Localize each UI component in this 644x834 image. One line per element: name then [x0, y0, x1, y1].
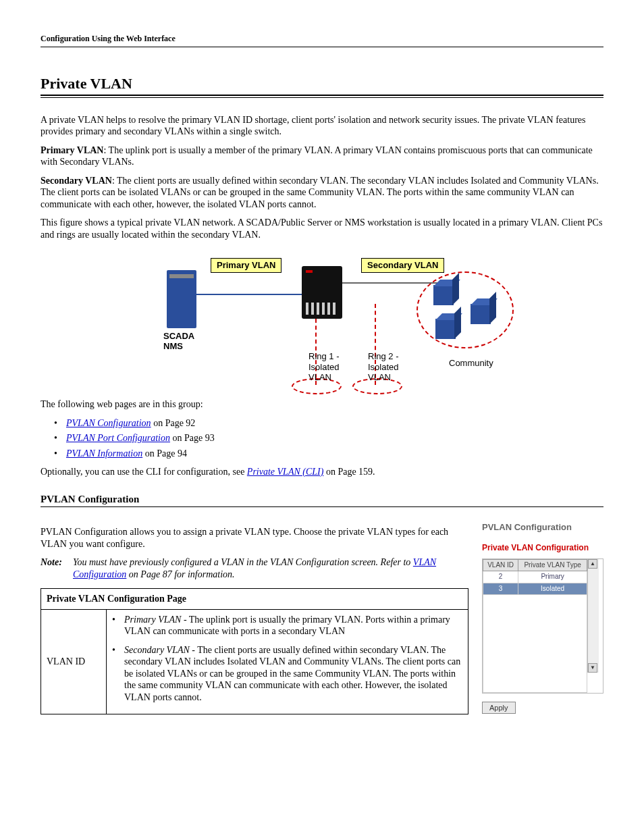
title-rule	[41, 95, 603, 98]
secondary-vlan-label: Secondary VLAN	[41, 176, 112, 186]
page-header: Configuration Using the Web Interface	[41, 34, 603, 47]
note-block: Note: You must have previously configure…	[41, 556, 468, 580]
community-node-2-icon	[471, 304, 491, 324]
list-item: PVLAN Information on Page 94	[54, 448, 603, 460]
cell-type: Primary	[518, 571, 587, 583]
mini-fill	[483, 595, 587, 693]
community-label: Community	[449, 358, 493, 369]
link-suffix: on Page 94	[142, 448, 187, 459]
page-title: Private VLAN	[41, 74, 603, 93]
community-node-3-icon	[435, 319, 456, 339]
note-label: Note:	[41, 556, 73, 580]
section-title: PVLAN Configuration	[41, 493, 603, 506]
secondary-vlan-text: : The client ports are usually defined w…	[41, 176, 599, 209]
table-row-selected[interactable]: 3 Isolated	[483, 583, 587, 595]
primary-vlan-box: Primary VLAN	[211, 258, 281, 273]
table-rowlabel: VLAN ID	[41, 609, 107, 714]
line-server-switch	[196, 294, 302, 295]
primary-vlan-paragraph: Primary VLAN: The uplink port is usually…	[41, 145, 603, 168]
community-ellipse-icon	[417, 271, 514, 348]
cell-vlanid: 3	[483, 583, 518, 595]
bullet-secondary: Secondary VLAN - The client ports are us…	[112, 644, 462, 704]
secondary-vlan-paragraph: Secondary VLAN: The client ports are usu…	[41, 175, 603, 211]
server-icon	[167, 270, 196, 328]
switch-icon	[302, 266, 342, 319]
pvlan-port-config-link[interactable]: PVLAN Port Configuration	[66, 433, 170, 443]
apply-button[interactable]: Apply	[482, 702, 516, 714]
mini-col-type: Private VLAN Type	[518, 559, 587, 571]
cli-prefix: Optionally, you can use the CLI for conf…	[41, 467, 247, 477]
note-text: You must have previously configured a VL…	[73, 556, 468, 580]
nms-label: NMS	[163, 341, 183, 352]
ring1-label: Ring 1 -IsolatedVLAN	[308, 351, 340, 383]
pvlan-config-link[interactable]: PVLAN Configuration	[66, 418, 151, 428]
community-node-1-icon	[433, 285, 454, 305]
cell-vlanid: 2	[483, 571, 518, 583]
table-header: Private VLAN Configuration Page	[41, 589, 468, 610]
bullet-primary: Primary VLAN - The uplink port is usuall…	[112, 614, 462, 637]
primary-vlan-label: Primary VLAN	[41, 145, 103, 155]
section-rule	[41, 506, 603, 507]
intro-paragraph: A private VLAN helps to resolve the prim…	[41, 114, 603, 138]
scroll-up-icon[interactable]: ▲	[588, 559, 597, 569]
side-panel-subtitle: Private VLAN Configuration	[482, 543, 603, 553]
line-switch-community	[342, 282, 444, 284]
group-intro: The following web pages are in this grou…	[41, 398, 603, 411]
side-panel: PVLAN Configuration Private VLAN Configu…	[482, 519, 603, 714]
table-row[interactable]: 2 Primary	[483, 571, 587, 583]
cli-paragraph: Optionally, you can use the CLI for conf…	[41, 466, 603, 478]
pvlan-mini-table[interactable]: VLAN ID Private VLAN Type 2 Primary 3 Is…	[483, 559, 587, 694]
pvlan-info-link[interactable]: PVLAN Information	[66, 448, 142, 459]
figure-caption: This figure shows a typical private VLAN…	[41, 217, 603, 240]
list-item: PVLAN Port Configuration on Page 93	[54, 432, 603, 444]
section-intro: PVLAN Configuration allows you to assign…	[41, 526, 468, 550]
ring2-label: Ring 2 -IsolatedVLAN	[368, 351, 399, 383]
network-diagram: Primary VLAN Secondary VLAN SCADA NMS Ri…	[113, 250, 531, 392]
table-cell: Primary VLAN - The uplink port is usuall…	[107, 609, 468, 714]
scroll-down-icon[interactable]: ▼	[588, 663, 597, 673]
link-list: PVLAN Configuration on Page 92 PVLAN Por…	[54, 417, 603, 460]
list-item: PVLAN Configuration on Page 92	[54, 417, 603, 429]
cell-type: Isolated	[518, 583, 587, 595]
scada-label: SCADA	[163, 331, 194, 342]
private-vlan-cli-link[interactable]: Private VLAN (CLI)	[247, 467, 324, 477]
secondary-vlan-box: Secondary VLAN	[361, 258, 444, 273]
config-table: Private VLAN Configuration Page VLAN ID …	[41, 588, 468, 714]
side-panel-title: PVLAN Configuration	[482, 522, 603, 533]
cli-suffix: on Page 159.	[323, 467, 375, 477]
link-suffix: on Page 92	[151, 418, 196, 428]
mini-col-vlanid: VLAN ID	[483, 559, 518, 571]
primary-vlan-text: : The uplink port is usually a member of…	[41, 145, 593, 167]
link-suffix: on Page 93	[170, 433, 215, 443]
